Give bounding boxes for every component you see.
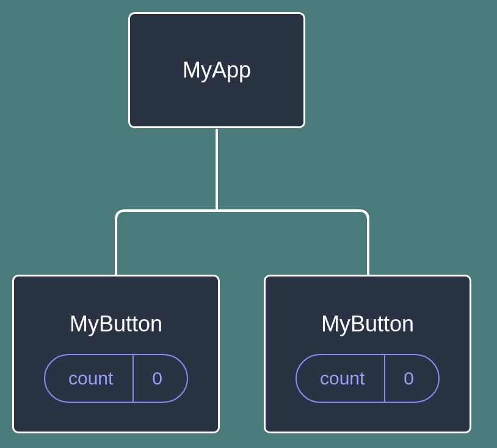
state-key: count xyxy=(297,355,385,402)
child-node-right: MyButton count 0 xyxy=(264,275,471,433)
child-node-right-label: MyButton xyxy=(321,311,414,337)
child-node-left: MyButton count 0 xyxy=(12,275,220,433)
root-node: MyApp xyxy=(128,12,305,128)
state-value: 0 xyxy=(385,355,438,402)
state-key: count xyxy=(45,355,134,402)
root-node-label: MyApp xyxy=(183,57,251,83)
state-pill-left: count 0 xyxy=(44,354,188,403)
state-pill-right: count 0 xyxy=(296,354,440,403)
child-node-left-label: MyButton xyxy=(70,311,162,337)
state-value: 0 xyxy=(134,355,187,402)
